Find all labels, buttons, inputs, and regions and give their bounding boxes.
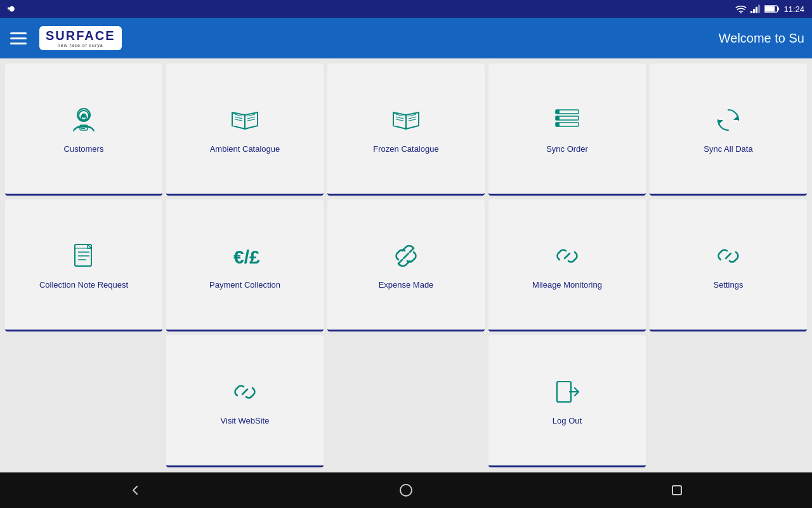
mileage-monitoring-label: Mileage Monitoring [532,280,602,290]
frozen-catalogue-label: Frozen Catalogue [373,144,438,154]
svg-rect-30 [557,382,571,402]
payment-collection-icon: €/£ [228,239,261,272]
expense-made-icon [390,239,422,272]
clock: 11:24 [783,4,804,14]
tile-sync-all-data[interactable]: Sync All Data [650,64,807,196]
tile-payment-collection[interactable]: €/£ Payment Collection [166,199,324,331]
svg-rect-9 [778,7,780,10]
log-out-label: Log Out [553,416,582,425]
settings-label: Settings [714,280,743,290]
signal-icon [750,4,761,13]
svg-rect-1 [8,8,10,10]
svg-rect-5 [756,7,757,13]
svg-rect-4 [753,9,755,13]
android-nav-bar [0,472,812,508]
nav-recents-button[interactable] [669,483,684,498]
logo: SURFACE new face of surya [39,26,122,50]
customers-label: Customers [64,144,104,154]
svg-rect-25 [75,244,91,266]
svg-rect-20 [556,116,560,120]
android-icon [8,4,20,13]
tile-empty-1 [5,335,162,467]
nav-home-icon [398,483,414,498]
nav-home-button[interactable] [398,483,414,498]
sync-all-data-label: Sync All Data [704,144,752,154]
svg-marker-23 [733,115,738,120]
log-out-icon [551,375,584,408]
nav-recents-icon [669,483,684,498]
sync-order-label: Sync Order [546,144,588,154]
svg-rect-6 [758,5,760,13]
svg-point-31 [400,485,412,496]
frozen-catalogue-icon [390,104,422,137]
svg-rect-22 [556,123,560,126]
tile-mileage-monitoring[interactable]: Mileage Monitoring [488,199,646,331]
logo-main-text: SURFACE [46,29,115,43]
settings-icon [712,239,745,272]
tile-ambient-catalogue[interactable]: Ambient Catalogue [166,64,324,196]
welcome-text: Welcome to Su [719,31,804,46]
tile-sync-order[interactable]: Sync Order [488,64,646,196]
svg-text:€/£: €/£ [233,246,260,267]
nav-back-button[interactable] [128,483,143,498]
svg-rect-8 [765,6,775,12]
mileage-monitoring-icon [551,239,584,272]
visit-website-icon [228,375,261,408]
tile-visit-website[interactable]: Visit WebSite [166,335,324,467]
collection-note-label: Collection Note Request [39,280,128,290]
payment-collection-label: Payment Collection [209,280,280,290]
tile-frozen-catalogue[interactable]: Frozen Catalogue [327,64,485,196]
tile-collection-note-request[interactable]: Collection Note Request [5,199,162,331]
tile-empty-3 [650,335,807,467]
wifi-icon [735,4,747,13]
menu-button[interactable] [8,30,29,47]
tile-log-out[interactable]: Log Out [488,335,646,467]
svg-point-0 [10,6,15,11]
svg-rect-3 [750,11,752,13]
svg-rect-18 [556,110,560,114]
sync-order-icon [551,104,584,137]
status-bar: 11:24 [0,0,812,18]
ambient-catalogue-icon [228,104,261,137]
visit-website-label: Visit WebSite [221,416,270,425]
tile-customers[interactable]: Customers [5,64,162,196]
svg-point-13 [82,114,86,118]
nav-back-icon [128,483,143,498]
tile-empty-2 [327,335,485,467]
top-bar: SURFACE new face of surya Welcome to Su [0,18,812,58]
svg-rect-32 [672,486,681,495]
svg-point-2 [740,12,742,13]
sync-all-data-icon [712,104,745,137]
collection-note-icon [67,239,100,272]
svg-marker-24 [718,120,723,125]
customers-icon [67,104,100,137]
expense-made-label: Expense Made [379,280,434,290]
logo-sub-text: new face of surya [58,43,103,48]
tile-expense-made[interactable]: Expense Made [327,199,485,331]
status-bar-right: 11:24 [735,4,804,14]
main-grid: Customers Ambient Catalogue [0,58,812,472]
tile-settings[interactable]: Settings [650,199,807,331]
battery-icon [764,4,780,13]
ambient-catalogue-label: Ambient Catalogue [210,144,280,154]
